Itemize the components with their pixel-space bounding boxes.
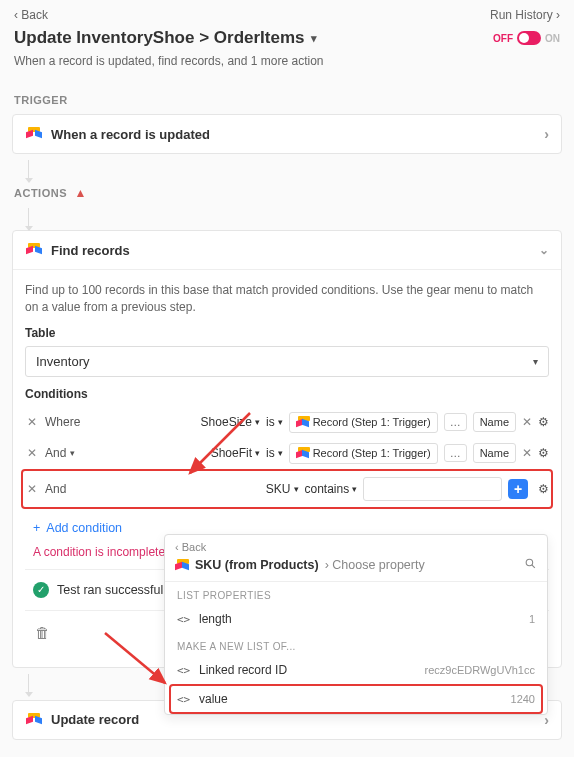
table-select-value: Inventory	[36, 354, 89, 369]
update-record-title: Update record	[51, 712, 139, 727]
chevron-right-icon: ›	[544, 126, 549, 142]
airtable-icon	[175, 559, 189, 571]
gear-icon[interactable]: ⚙	[538, 446, 549, 460]
back-link[interactable]: ‹ Back	[14, 8, 48, 22]
condition-join[interactable]: And	[45, 482, 117, 496]
condition-row: ✕ And ▾ ShoeFit ▾ is ▾ Record (Step 1: T…	[25, 438, 549, 469]
popover-item-linked-record-id[interactable]: <> Linked record ID recz9cEDRWgUVh1cc	[165, 656, 547, 684]
chevron-down-icon: ⌄	[539, 243, 549, 257]
page-subtitle: When a record is updated, find records, …	[0, 50, 574, 80]
condition-remove-token[interactable]: ✕	[522, 446, 532, 460]
condition-value-input[interactable]	[363, 477, 502, 501]
condition-more-icon[interactable]: …	[444, 444, 467, 462]
remove-condition-button[interactable]: ✕	[25, 482, 39, 496]
search-icon[interactable]	[524, 557, 537, 573]
toggle-switch-icon	[517, 31, 541, 45]
code-icon: <>	[177, 613, 191, 626]
condition-row-active: ✕ And SKU ▾ contains ▾ + ⚙	[23, 471, 551, 507]
popover-item-label: value	[199, 692, 228, 706]
popover-back-link[interactable]: ‹ Back	[165, 535, 547, 555]
popover-crumb: › Choose property	[325, 558, 425, 572]
check-icon: ✓	[33, 582, 49, 598]
toggle-on-label: ON	[545, 33, 560, 44]
condition-field[interactable]: SKU ▾	[266, 482, 299, 496]
plus-icon: +	[33, 521, 40, 535]
popover-item-label: length	[199, 612, 232, 626]
page-title-text: Update InventoryShoe > OrderItems	[14, 28, 305, 48]
airtable-icon	[25, 711, 43, 729]
trigger-card-title: When a record is updated	[51, 127, 210, 142]
popover-item-preview: 1240	[511, 693, 535, 705]
condition-field[interactable]: ShoeFit ▾	[211, 446, 260, 460]
popover-item-value: 1	[529, 613, 535, 625]
find-records-header[interactable]: Find records ⌄	[13, 231, 561, 269]
condition-field-token[interactable]: Name	[473, 443, 516, 463]
add-condition-label: Add condition	[46, 521, 122, 535]
popover-item-label: Linked record ID	[199, 663, 287, 677]
condition-join[interactable]: And ▾	[45, 446, 117, 460]
warning-icon: ▲	[75, 186, 87, 200]
svg-line-1	[532, 565, 535, 568]
trigger-card[interactable]: When a record is updated ›	[12, 114, 562, 154]
popover-group-label: LIST PROPERTIES	[165, 582, 547, 605]
run-history-link[interactable]: Run History ›	[490, 8, 560, 22]
condition-remove-token[interactable]: ✕	[522, 415, 532, 429]
condition-value-token[interactable]: Record (Step 1: Trigger)	[289, 412, 438, 433]
actions-section-text: ACTIONS	[14, 187, 67, 199]
find-records-title: Find records	[51, 243, 130, 258]
svg-point-0	[526, 559, 533, 566]
condition-field[interactable]: ShoeSize ▾	[201, 415, 260, 429]
condition-join: Where	[45, 415, 117, 429]
condition-row: ✕ Where ShoeSize ▾ is ▾ Record (Step 1: …	[25, 407, 549, 438]
conditions-label: Conditions	[25, 387, 549, 401]
add-value-button[interactable]: +	[508, 479, 528, 499]
trigger-section-label: TRIGGER	[0, 80, 574, 114]
remove-condition-button[interactable]: ✕	[25, 415, 39, 429]
gear-icon[interactable]: ⚙	[538, 482, 549, 496]
condition-operator[interactable]: is ▾	[266, 446, 283, 460]
caret-down-icon: ▾	[311, 32, 317, 45]
popover-item-value: recz9cEDRWgUVh1cc	[425, 664, 535, 676]
gear-icon[interactable]: ⚙	[538, 415, 549, 429]
connector-line	[28, 208, 29, 230]
popover-group-label: MAKE A NEW LIST OF...	[165, 633, 547, 656]
find-records-description: Find up to 100 records in this base that…	[25, 282, 549, 316]
code-icon: <>	[177, 693, 191, 706]
connector-line	[28, 674, 29, 696]
run-history-label: Run History	[490, 8, 553, 22]
code-icon: <>	[177, 664, 191, 677]
property-popover: ‹ Back SKU (from Products) › Choose prop…	[164, 534, 548, 715]
condition-operator[interactable]: contains ▾	[305, 482, 358, 496]
condition-more-icon[interactable]: …	[444, 413, 467, 431]
airtable-icon	[25, 241, 43, 259]
condition-field-token[interactable]: Name	[473, 412, 516, 432]
caret-down-icon: ▾	[533, 356, 538, 367]
actions-section-label: ACTIONS ▲	[0, 182, 574, 208]
toggle-off-label: OFF	[493, 33, 513, 44]
connector-line	[28, 160, 29, 182]
test-result-text: Test ran successfully	[57, 583, 172, 597]
trash-icon[interactable]: 🗑	[35, 624, 50, 641]
table-field-label: Table	[25, 326, 549, 340]
popover-title: SKU (from Products)	[195, 558, 319, 572]
airtable-icon	[25, 125, 43, 143]
automation-toggle[interactable]: OFF ON	[493, 31, 560, 45]
condition-value-token[interactable]: Record (Step 1: Trigger)	[289, 443, 438, 464]
condition-operator[interactable]: is ▾	[266, 415, 283, 429]
back-label: Back	[21, 8, 48, 22]
remove-condition-button[interactable]: ✕	[25, 446, 39, 460]
table-select[interactable]: Inventory ▾	[25, 346, 549, 377]
popover-header: SKU (from Products) › Choose property	[165, 555, 547, 582]
popover-item-length[interactable]: <> length 1	[165, 605, 547, 633]
page-title[interactable]: Update InventoryShoe > OrderItems ▾	[14, 28, 317, 48]
popover-item-value[interactable]: <> value 1240	[171, 686, 541, 712]
